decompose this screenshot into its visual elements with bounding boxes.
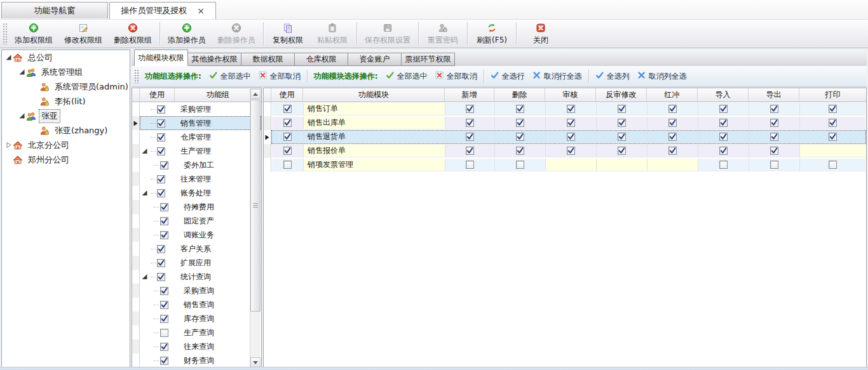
operation-checkbox[interactable] bbox=[770, 161, 778, 169]
expanded-triangle-icon[interactable] bbox=[141, 274, 148, 281]
table-row[interactable]: 库存查询 bbox=[132, 312, 261, 326]
permission-tab-2[interactable]: 数据权限 bbox=[241, 53, 295, 66]
group-name-cell[interactable]: 生产查询 bbox=[175, 326, 261, 339]
table-row[interactable]: 账务处理 bbox=[132, 186, 261, 200]
operation-checkbox[interactable] bbox=[618, 119, 626, 127]
select-all-button[interactable]: 全部选中 bbox=[209, 71, 251, 82]
table-row[interactable]: 往来查询 bbox=[132, 340, 261, 353]
group-name-cell[interactable]: 调账业务 bbox=[175, 228, 261, 241]
tree-node-company[interactable]: 北京分公司 bbox=[2, 138, 130, 152]
group-use-checkbox[interactable] bbox=[160, 231, 168, 239]
operation-checkbox[interactable] bbox=[770, 119, 778, 127]
module-name-cell[interactable]: 销售订单 bbox=[304, 103, 445, 116]
operation-checkbox[interactable] bbox=[516, 161, 524, 169]
group-use-checkbox[interactable] bbox=[157, 133, 165, 142]
group-name-cell[interactable]: 库存查询 bbox=[175, 312, 261, 325]
module-grid-column-header[interactable]: 删除 bbox=[494, 88, 545, 102]
operation-checkbox[interactable] bbox=[719, 133, 728, 141]
operation-checkbox[interactable] bbox=[466, 147, 474, 155]
operation-checkbox[interactable] bbox=[719, 119, 728, 127]
module-name-cell[interactable]: 销售退货单 bbox=[304, 131, 445, 143]
group-use-checkbox[interactable] bbox=[160, 203, 168, 211]
group-use-checkbox[interactable] bbox=[157, 189, 165, 197]
operation-checkbox[interactable] bbox=[466, 161, 474, 169]
refresh-button[interactable]: 刷新(F5) bbox=[470, 20, 514, 48]
table-row[interactable]: 销售出库单 bbox=[264, 116, 866, 130]
group-use-checkbox[interactable] bbox=[160, 329, 168, 337]
group-name-cell[interactable]: 采购查询 bbox=[175, 284, 261, 297]
operation-checkbox[interactable] bbox=[516, 105, 524, 113]
select-all-button[interactable]: 全选列 bbox=[595, 71, 630, 82]
module-use-checkbox[interactable] bbox=[283, 119, 292, 127]
operation-checkbox[interactable] bbox=[466, 105, 474, 113]
tree-node-operator[interactable]: 系统管理员(admin) bbox=[2, 79, 130, 94]
operation-checkbox[interactable] bbox=[668, 119, 677, 127]
table-row[interactable]: 销售管理 bbox=[132, 116, 261, 130]
operation-checkbox[interactable] bbox=[829, 133, 837, 141]
group-use-checkbox[interactable] bbox=[157, 259, 165, 267]
operation-checkbox[interactable] bbox=[567, 119, 575, 127]
scroll-down-button[interactable] bbox=[250, 357, 261, 367]
table-row[interactable]: 生产管理 bbox=[132, 144, 261, 158]
operation-checkbox[interactable] bbox=[829, 105, 837, 113]
table-row[interactable]: 统计查询 bbox=[132, 270, 261, 284]
expanded-triangle-icon[interactable] bbox=[4, 54, 12, 62]
table-row[interactable]: 财务查询 bbox=[132, 353, 261, 367]
tree-node-operator[interactable]: 张亚(zhangy) bbox=[2, 123, 130, 138]
group-use-checkbox[interactable] bbox=[157, 175, 165, 183]
scrollbar-thumb[interactable] bbox=[250, 100, 261, 312]
add-button[interactable]: 添加权限组 bbox=[9, 20, 58, 48]
group-grid-scrollbar[interactable] bbox=[250, 89, 261, 367]
group-name-cell[interactable]: 销售查询 bbox=[175, 298, 261, 311]
operation-checkbox[interactable] bbox=[618, 147, 626, 155]
operation-checkbox[interactable] bbox=[567, 147, 575, 155]
operation-checkbox[interactable] bbox=[719, 161, 728, 169]
module-grid-column-header[interactable]: 功能模块 bbox=[303, 88, 445, 102]
operation-checkbox[interactable] bbox=[719, 147, 728, 155]
table-row[interactable]: 固定资产 bbox=[132, 214, 261, 228]
group-use-checkbox[interactable] bbox=[160, 343, 168, 351]
table-row[interactable]: 采购查询 bbox=[132, 284, 261, 298]
module-name-cell[interactable]: 销项发票管理 bbox=[304, 159, 445, 171]
operation-checkbox[interactable] bbox=[516, 133, 524, 141]
group-name-cell[interactable]: 往来管理 bbox=[175, 173, 261, 185]
scroll-up-button[interactable] bbox=[250, 89, 261, 99]
table-row[interactable]: 扩展应用 bbox=[132, 256, 261, 270]
group-use-checkbox[interactable] bbox=[160, 161, 168, 169]
group-name-cell[interactable]: 往来查询 bbox=[175, 340, 261, 353]
module-grid-column-header[interactable]: 审核 bbox=[545, 88, 596, 102]
tree-node-group[interactable]: 系统管理组 bbox=[2, 65, 130, 79]
group-use-checkbox[interactable] bbox=[157, 273, 165, 281]
operation-checkbox[interactable] bbox=[719, 105, 728, 113]
table-row[interactable]: 销售订单 bbox=[264, 102, 866, 116]
module-grid-column-header[interactable]: 新增 bbox=[445, 88, 494, 102]
select-all-button[interactable]: 全选行 bbox=[491, 71, 525, 82]
group-name-cell[interactable]: 统计查询 bbox=[175, 270, 261, 283]
expanded-triangle-icon[interactable] bbox=[141, 148, 148, 155]
deselect-button[interactable]: 取消列全选 bbox=[637, 71, 687, 82]
group-name-cell[interactable]: 仓库管理 bbox=[175, 131, 261, 143]
group-use-checkbox[interactable] bbox=[157, 245, 165, 253]
module-grid-column-header[interactable]: 使用 bbox=[271, 88, 303, 102]
deselect-button[interactable]: 取消行全选 bbox=[532, 71, 582, 82]
operation-checkbox[interactable] bbox=[668, 147, 677, 155]
operation-checkbox[interactable] bbox=[466, 119, 474, 127]
paste-button[interactable]: 粘贴权限 bbox=[310, 20, 355, 48]
module-grid-column-header[interactable]: 反审修改 bbox=[596, 88, 647, 102]
group-grid-column-header[interactable]: 使用 bbox=[140, 88, 175, 102]
delete-button[interactable]: 删除操作员 bbox=[212, 20, 261, 48]
module-name-cell[interactable]: 销售出库单 bbox=[304, 117, 445, 129]
expanded-triangle-icon[interactable] bbox=[141, 190, 148, 197]
table-row[interactable]: 采购管理 bbox=[132, 102, 261, 116]
group-name-cell[interactable]: 账务处理 bbox=[175, 187, 261, 199]
group-use-checkbox[interactable] bbox=[160, 301, 168, 309]
operation-checkbox[interactable] bbox=[668, 105, 677, 113]
module-grid-column-header[interactable]: 导出 bbox=[749, 88, 799, 102]
operation-checkbox[interactable] bbox=[516, 119, 524, 127]
group-use-checkbox[interactable] bbox=[157, 119, 165, 128]
table-row[interactable]: 销售报价单 bbox=[264, 144, 866, 158]
permission-tab-1[interactable]: 其他操作权限 bbox=[187, 53, 241, 66]
group-name-cell[interactable]: 扩展应用 bbox=[175, 256, 261, 269]
operation-checkbox[interactable] bbox=[567, 105, 575, 113]
group-name-cell[interactable]: 采购管理 bbox=[175, 103, 261, 116]
